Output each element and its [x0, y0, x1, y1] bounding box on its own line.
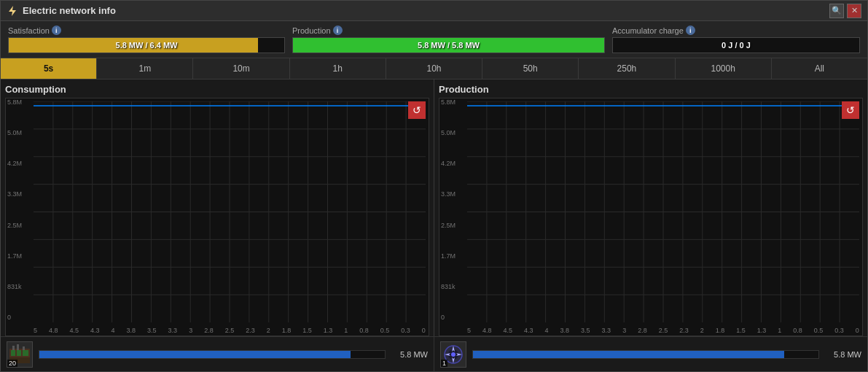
y-label-831k: 831k: [7, 283, 22, 290]
tab-10h[interactable]: 10h: [386, 58, 482, 79]
y-label-1.7m: 1.7M: [7, 252, 22, 260]
production-info-icon[interactable]: i: [333, 26, 343, 35]
time-tabs: 5s 1m 10m 1h 10h 50h 250h 1000h All: [1, 58, 867, 80]
consumption-plot-area: [34, 101, 426, 322]
consumption-reset-button[interactable]: ↺: [408, 101, 426, 119]
consumption-chart-area: ↺ 0 831k 1.7M 2.5M 3.3M 4.2M 5.0M 5.8M: [5, 98, 429, 336]
satisfaction-group: Satisfaction i 5.8 MW / 6.4 MW: [8, 26, 285, 53]
bottom-row: 20 5.8 MW 1: [1, 336, 867, 371]
production-chart-title: Production: [439, 84, 863, 95]
main-window: Electric network info 🔍 ✕ Satisfaction i…: [0, 0, 868, 372]
bottom-right-item: 1 5.8 MW: [434, 337, 867, 371]
tab-1000h[interactable]: 1000h: [676, 58, 772, 79]
production-reset-button[interactable]: ↺: [842, 101, 859, 119]
bottom-left-item: 20 5.8 MW: [1, 337, 434, 371]
py-label-5.8m: 5.8M: [441, 98, 455, 106]
satisfaction-info-icon[interactable]: i: [52, 26, 61, 35]
py-label-2.5m: 2.5M: [441, 222, 455, 229]
accumulator-info-icon[interactable]: i: [686, 26, 695, 35]
consumption-y-labels: 0 831k 1.7M 2.5M 3.3M 4.2M 5.0M 5.8M: [7, 98, 22, 321]
production-chart-panel: Production ↺ 0 831k 1.7M 2.5M 3.3M 4.2M …: [434, 80, 867, 336]
y-label-5.0m: 5.0M: [7, 129, 22, 136]
tab-1m[interactable]: 1m: [97, 58, 193, 79]
production-bar-text: 5.8 MW / 5.8 MW: [293, 41, 604, 50]
generator-icon-container: 1: [440, 341, 466, 368]
consumption-svg: [34, 101, 426, 322]
svg-rect-60: [23, 350, 28, 356]
search-button[interactable]: 🔍: [829, 4, 844, 18]
tab-5s[interactable]: 5s: [1, 58, 97, 79]
tab-250h[interactable]: 250h: [579, 58, 675, 79]
production-stat-label: Production i: [292, 26, 605, 35]
accumulator-bar-text: 0 J / 0 J: [613, 41, 859, 50]
satisfaction-label: Satisfaction i: [8, 26, 285, 35]
consumer-bar: [39, 350, 386, 359]
production-stat-group: Production i 5.8 MW / 5.8 MW: [292, 26, 605, 53]
production-chart-area: ↺ 0 831k 1.7M 2.5M 3.3M 4.2M 5.0M 5.8M: [439, 98, 863, 336]
charts-section: Consumption ↺ 0 831k 1.7M 2.5M 3.3M 4.2M…: [1, 80, 867, 336]
accumulator-label: Accumulator charge i: [612, 26, 860, 35]
title-bar-left: Electric network info: [7, 5, 116, 17]
tab-50h[interactable]: 50h: [482, 58, 579, 79]
py-label-831k: 831k: [441, 283, 455, 290]
y-label-5.8m: 5.8M: [7, 98, 22, 106]
py-label-5.0m: 5.0M: [441, 129, 455, 136]
y-label-2.5m: 2.5M: [7, 222, 22, 229]
generator-count: 1: [441, 360, 447, 367]
svg-rect-62: [17, 344, 19, 350]
svg-marker-0: [9, 6, 16, 16]
satisfaction-bar: 5.8 MW / 6.4 MW: [8, 37, 285, 53]
production-plot-area: [467, 101, 859, 322]
production-y-labels: 0 831k 1.7M 2.5M 3.3M 4.2M 5.0M 5.8M: [441, 98, 455, 321]
py-label-0: 0: [441, 314, 455, 321]
accumulator-group: Accumulator charge i 0 J / 0 J: [612, 26, 860, 53]
svg-rect-63: [23, 346, 25, 350]
close-button[interactable]: ✕: [847, 4, 861, 18]
svg-rect-61: [12, 346, 15, 350]
consumption-x-labels: 54.84.54.343.83.53.332.82.52.321.81.51.3…: [34, 327, 426, 334]
satisfaction-bar-text: 5.8 MW / 6.4 MW: [9, 41, 284, 50]
window-title: Electric network info: [23, 5, 116, 16]
stats-row: Satisfaction i 5.8 MW / 6.4 MW Productio…: [1, 21, 867, 58]
consumption-chart-panel: Consumption ↺ 0 831k 1.7M 2.5M 3.3M 4.2M…: [1, 80, 434, 336]
production-svg: [467, 101, 859, 322]
tab-10m[interactable]: 10m: [193, 58, 289, 79]
svg-point-67: [451, 352, 455, 357]
title-bar: Electric network info 🔍 ✕: [1, 1, 867, 21]
py-label-1.7m: 1.7M: [441, 252, 455, 260]
consumer-bar-fill: [39, 351, 351, 358]
py-label-3.3m: 3.3M: [441, 190, 455, 198]
py-label-4.2m: 4.2M: [441, 160, 455, 167]
y-label-3.3m: 3.3M: [7, 190, 22, 198]
title-bar-right: 🔍 ✕: [829, 4, 861, 18]
generator-bar-fill: [473, 351, 784, 358]
production-bar: 5.8 MW / 5.8 MW: [292, 37, 605, 53]
accumulator-bar: 0 J / 0 J: [612, 37, 860, 53]
generator-value: 5.8 MW: [825, 350, 861, 359]
svg-rect-58: [11, 350, 15, 356]
y-label-4.2m: 4.2M: [7, 160, 22, 167]
svg-rect-59: [17, 350, 21, 356]
consumer-value: 5.8 MW: [391, 350, 428, 359]
consumption-chart-title: Consumption: [5, 84, 429, 95]
y-label-0: 0: [7, 314, 22, 321]
production-x-labels: 54.84.54.343.83.53.332.82.52.321.81.51.3…: [467, 327, 859, 334]
electric-icon: [7, 5, 18, 17]
tab-all[interactable]: All: [772, 58, 867, 79]
consumer-count: 20: [7, 360, 17, 367]
generator-bar: [472, 350, 819, 359]
consumer-icon-container: 20: [7, 341, 33, 368]
tab-1h[interactable]: 1h: [290, 58, 386, 79]
